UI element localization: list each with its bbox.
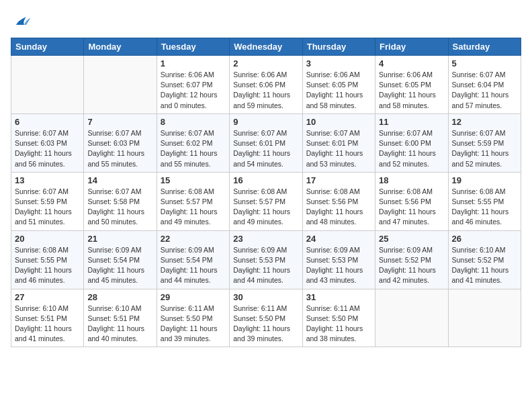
day-header-monday: Monday [84,38,157,56]
day-info: Sunrise: 6:09 AM Sunset: 5:53 PM Dayligh… [233,245,298,286]
day-info: Sunrise: 6:06 AM Sunset: 6:05 PM Dayligh… [306,70,371,111]
day-number: 24 [306,234,371,244]
day-info: Sunrise: 6:06 AM Sunset: 6:05 PM Dayligh… [379,70,444,111]
calendar-cell: 9Sunrise: 6:07 AM Sunset: 6:01 PM Daylig… [230,113,302,172]
calendar-cell: 7Sunrise: 6:07 AM Sunset: 6:03 PM Daylig… [84,113,157,172]
calendar-cell: 18Sunrise: 6:08 AM Sunset: 5:56 PM Dayli… [375,172,448,230]
calendar-week-1: 1Sunrise: 6:06 AM Sunset: 6:07 PM Daylig… [11,56,521,114]
day-number: 18 [379,175,444,185]
calendar-cell: 6Sunrise: 6:07 AM Sunset: 6:03 PM Daylig… [11,113,84,172]
page-header [11,11,521,31]
day-number: 9 [233,117,298,127]
calendar-cell: 23Sunrise: 6:09 AM Sunset: 5:53 PM Dayli… [230,230,302,289]
day-number: 23 [233,234,298,244]
day-info: Sunrise: 6:08 AM Sunset: 5:55 PM Dayligh… [15,245,80,286]
day-info: Sunrise: 6:07 AM Sunset: 6:00 PM Dayligh… [379,128,444,169]
day-number: 20 [15,234,80,244]
day-number: 21 [87,234,152,244]
day-info: Sunrise: 6:07 AM Sunset: 5:59 PM Dayligh… [15,187,80,228]
day-header-saturday: Saturday [448,38,521,56]
day-header-wednesday: Wednesday [230,38,302,56]
calendar-cell: 4Sunrise: 6:06 AM Sunset: 6:05 PM Daylig… [375,56,448,114]
day-info: Sunrise: 6:09 AM Sunset: 5:54 PM Dayligh… [87,245,152,286]
day-number: 4 [379,58,444,68]
day-info: Sunrise: 6:07 AM Sunset: 5:59 PM Dayligh… [452,128,517,169]
calendar-cell [84,56,157,114]
calendar-cell: 28Sunrise: 6:10 AM Sunset: 5:51 PM Dayli… [84,289,157,347]
day-info: Sunrise: 6:07 AM Sunset: 5:58 PM Dayligh… [87,187,152,228]
day-number: 11 [379,117,444,127]
day-info: Sunrise: 6:09 AM Sunset: 5:52 PM Dayligh… [379,245,444,286]
day-number: 14 [87,175,152,185]
day-number: 29 [161,292,226,302]
day-number: 15 [161,175,226,185]
calendar-cell: 12Sunrise: 6:07 AM Sunset: 5:59 PM Dayli… [448,113,521,172]
day-header-friday: Friday [375,38,448,56]
day-number: 27 [15,292,80,302]
day-number: 26 [452,234,517,244]
day-number: 1 [161,58,226,68]
day-header-sunday: Sunday [11,38,84,56]
calendar-cell: 19Sunrise: 6:08 AM Sunset: 5:55 PM Dayli… [448,172,521,230]
day-number: 2 [233,58,298,68]
calendar-cell: 31Sunrise: 6:11 AM Sunset: 5:50 PM Dayli… [302,289,375,347]
day-info: Sunrise: 6:08 AM Sunset: 5:56 PM Dayligh… [379,187,444,228]
day-info: Sunrise: 6:07 AM Sunset: 6:02 PM Dayligh… [161,128,226,169]
logo [11,11,32,31]
calendar-cell: 13Sunrise: 6:07 AM Sunset: 5:59 PM Dayli… [11,172,84,230]
calendar-cell: 11Sunrise: 6:07 AM Sunset: 6:00 PM Dayli… [375,113,448,172]
calendar-cell: 26Sunrise: 6:10 AM Sunset: 5:52 PM Dayli… [448,230,521,289]
day-info: Sunrise: 6:08 AM Sunset: 5:57 PM Dayligh… [233,187,298,228]
day-info: Sunrise: 6:08 AM Sunset: 5:55 PM Dayligh… [452,187,517,228]
day-info: Sunrise: 6:08 AM Sunset: 5:56 PM Dayligh… [306,187,371,228]
calendar-cell: 15Sunrise: 6:08 AM Sunset: 5:57 PM Dayli… [157,172,229,230]
calendar-cell: 22Sunrise: 6:09 AM Sunset: 5:54 PM Dayli… [157,230,229,289]
calendar-cell: 14Sunrise: 6:07 AM Sunset: 5:58 PM Dayli… [84,172,157,230]
day-number: 22 [161,234,226,244]
calendar-cell: 3Sunrise: 6:06 AM Sunset: 6:05 PM Daylig… [302,56,375,114]
calendar-week-4: 20Sunrise: 6:08 AM Sunset: 5:55 PM Dayli… [11,230,521,289]
calendar-cell: 1Sunrise: 6:06 AM Sunset: 6:07 PM Daylig… [157,56,229,114]
day-number: 3 [306,58,371,68]
calendar-cell: 8Sunrise: 6:07 AM Sunset: 6:02 PM Daylig… [157,113,229,172]
calendar-cell [448,289,521,347]
day-number: 10 [306,117,371,127]
day-info: Sunrise: 6:11 AM Sunset: 5:50 PM Dayligh… [306,304,371,345]
day-number: 13 [15,175,80,185]
day-number: 12 [452,117,517,127]
day-number: 5 [452,58,517,68]
day-info: Sunrise: 6:11 AM Sunset: 5:50 PM Dayligh… [233,304,298,345]
day-info: Sunrise: 6:07 AM Sunset: 6:04 PM Dayligh… [452,70,517,111]
day-info: Sunrise: 6:10 AM Sunset: 5:52 PM Dayligh… [452,245,517,286]
day-info: Sunrise: 6:07 AM Sunset: 6:03 PM Dayligh… [15,128,80,169]
calendar-cell: 2Sunrise: 6:06 AM Sunset: 6:06 PM Daylig… [230,56,302,114]
day-info: Sunrise: 6:10 AM Sunset: 5:51 PM Dayligh… [15,304,80,345]
calendar-cell: 21Sunrise: 6:09 AM Sunset: 5:54 PM Dayli… [84,230,157,289]
logo-icon [12,11,32,31]
day-header-thursday: Thursday [302,38,375,56]
day-number: 6 [15,117,80,127]
calendar-cell: 24Sunrise: 6:09 AM Sunset: 5:53 PM Dayli… [302,230,375,289]
calendar-cell: 10Sunrise: 6:07 AM Sunset: 6:01 PM Dayli… [302,113,375,172]
day-info: Sunrise: 6:08 AM Sunset: 5:57 PM Dayligh… [161,187,226,228]
calendar-header-row: SundayMondayTuesdayWednesdayThursdayFrid… [11,38,521,56]
calendar-cell: 27Sunrise: 6:10 AM Sunset: 5:51 PM Dayli… [11,289,84,347]
day-number: 28 [87,292,152,302]
day-number: 7 [87,117,152,127]
calendar-cell: 17Sunrise: 6:08 AM Sunset: 5:56 PM Dayli… [302,172,375,230]
calendar-cell: 30Sunrise: 6:11 AM Sunset: 5:50 PM Dayli… [230,289,302,347]
day-info: Sunrise: 6:09 AM Sunset: 5:54 PM Dayligh… [161,245,226,286]
calendar-cell: 16Sunrise: 6:08 AM Sunset: 5:57 PM Dayli… [230,172,302,230]
day-number: 25 [379,234,444,244]
day-info: Sunrise: 6:10 AM Sunset: 5:51 PM Dayligh… [87,304,152,345]
day-number: 16 [233,175,298,185]
calendar: SundayMondayTuesdayWednesdayThursdayFrid… [11,38,521,347]
calendar-week-3: 13Sunrise: 6:07 AM Sunset: 5:59 PM Dayli… [11,172,521,230]
day-info: Sunrise: 6:09 AM Sunset: 5:53 PM Dayligh… [306,245,371,286]
day-info: Sunrise: 6:07 AM Sunset: 6:03 PM Dayligh… [87,128,152,169]
calendar-cell: 25Sunrise: 6:09 AM Sunset: 5:52 PM Dayli… [375,230,448,289]
calendar-cell: 20Sunrise: 6:08 AM Sunset: 5:55 PM Dayli… [11,230,84,289]
calendar-week-2: 6Sunrise: 6:07 AM Sunset: 6:03 PM Daylig… [11,113,521,172]
calendar-cell [11,56,84,114]
calendar-cell: 29Sunrise: 6:11 AM Sunset: 5:50 PM Dayli… [157,289,229,347]
